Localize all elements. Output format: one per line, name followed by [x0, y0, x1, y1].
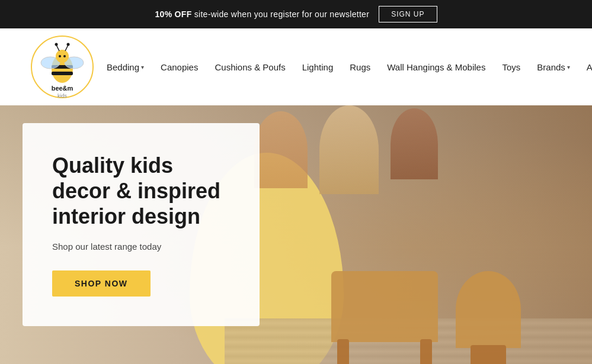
sign-up-button[interactable]: SIGN UP — [379, 6, 437, 22]
rattan-chair — [456, 271, 521, 348]
logo-image: bee&m kids — [18, 34, 107, 99]
wall-hanging-2 — [319, 105, 379, 194]
nav-item-canopies[interactable]: Canopies — [161, 62, 198, 72]
svg-point-10 — [67, 43, 70, 46]
svg-point-6 — [56, 50, 69, 63]
nav-item-about[interactable]: About — [587, 62, 592, 72]
nav-item-bedding[interactable]: Bedding ▾ — [107, 62, 144, 72]
bedding-caret: ▾ — [141, 64, 144, 70]
top-banner: 10% OFF site-wide when you register for … — [0, 0, 592, 28]
nav-item-toys[interactable]: Toys — [502, 62, 520, 72]
svg-point-11 — [59, 55, 61, 57]
hero-card: Quality kids decor & inspired interior d… — [23, 123, 260, 326]
nav-item-wall-hangings[interactable]: Wall Hangings & Mobiles — [387, 62, 485, 72]
hero-subtext: Shop our latest range today — [52, 241, 230, 252]
svg-rect-3 — [52, 72, 73, 75]
main-nav: Bedding ▾ Canopies Cushions & Poufs Ligh… — [107, 62, 592, 72]
svg-point-12 — [63, 55, 66, 57]
site-header: bee&m kids Bedding ▾ Canopies Cushions &… — [0, 28, 592, 105]
wall-hanging-1 — [254, 111, 308, 188]
brands-caret: ▾ — [567, 64, 570, 70]
shop-now-button[interactable]: SHOP NOW — [52, 270, 151, 297]
rattan-table — [331, 271, 438, 342]
svg-point-8 — [55, 43, 58, 46]
hero-headline: Quality kids decor & inspired interior d… — [52, 153, 230, 230]
logo[interactable]: bee&m kids — [18, 34, 107, 99]
svg-text:bee&m: bee&m — [52, 85, 73, 92]
banner-body: site-wide when you register for our news… — [192, 9, 370, 19]
svg-text:kids: kids — [57, 93, 68, 99]
banner-text: 10% OFF site-wide when you register for … — [155, 9, 369, 19]
nav-item-cushions[interactable]: Cushions & Poufs — [215, 62, 285, 72]
nav-item-lighting[interactable]: Lighting — [302, 62, 334, 72]
wall-hanging-3 — [391, 108, 438, 179]
hero-furniture — [225, 105, 592, 364]
hero-section: Quality kids decor & inspired interior d… — [0, 105, 592, 364]
nav-item-rugs[interactable]: Rugs — [350, 62, 370, 72]
nav-item-brands[interactable]: Brands ▾ — [537, 62, 570, 72]
discount-highlight: 10% OFF — [155, 9, 191, 19]
